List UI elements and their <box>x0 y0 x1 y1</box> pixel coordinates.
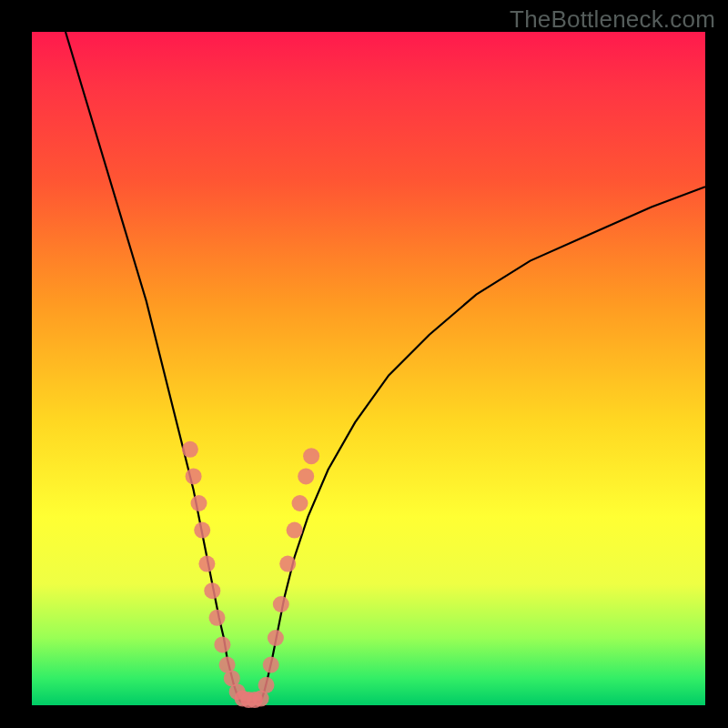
data-points <box>182 441 319 708</box>
data-point <box>204 582 220 599</box>
data-point <box>292 495 308 511</box>
data-point <box>198 556 215 572</box>
data-point <box>194 522 210 539</box>
data-point <box>186 468 202 484</box>
chart-svg <box>32 32 705 705</box>
curve-left <box>66 32 240 702</box>
data-point <box>273 596 289 612</box>
data-point <box>268 630 284 646</box>
data-point <box>214 636 230 652</box>
curve-right <box>261 187 705 702</box>
chart-frame: TheBottleneck.com <box>0 0 728 728</box>
data-point <box>298 468 314 484</box>
plot-area <box>32 32 705 705</box>
data-point <box>279 556 296 572</box>
data-point <box>209 610 226 626</box>
data-point <box>287 522 303 539</box>
data-point <box>182 441 198 458</box>
data-point <box>303 448 319 464</box>
data-point <box>191 495 207 511</box>
data-point <box>263 657 279 673</box>
data-point <box>258 677 275 693</box>
watermark-text: TheBottleneck.com <box>510 5 715 34</box>
